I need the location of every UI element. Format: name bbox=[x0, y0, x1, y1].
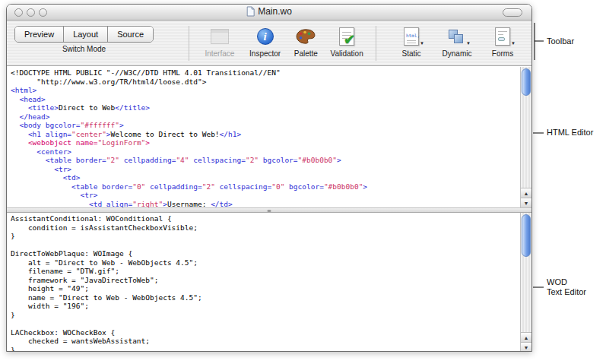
code-line[interactable]: <!DOCTYPE HTML PUBLIC "-//W3C//DTD HTML … bbox=[11, 68, 519, 78]
wod-editor-code[interactable]: AssistantConditional: WOConditional { co… bbox=[11, 214, 519, 352]
chevron-down-icon: ▼ bbox=[466, 41, 471, 46]
code-line[interactable]: <center> bbox=[11, 147, 519, 157]
minimize-button[interactable] bbox=[27, 8, 35, 17]
wod-editor-pane: AssistantConditional: WOConditional { co… bbox=[7, 213, 531, 352]
title-bar[interactable]: Main.wo bbox=[7, 5, 531, 21]
code-line[interactable]: width = "196"; bbox=[11, 302, 519, 311]
scroll-down-button[interactable]: ▼ bbox=[521, 342, 531, 352]
scrollbar-thumb[interactable] bbox=[522, 214, 531, 257]
code-line[interactable]: DirectToWebPlaque: WOImage { bbox=[11, 249, 519, 258]
dynamic-elements-icon: ▼ bbox=[449, 26, 465, 47]
code-line[interactable]: <h1 align="center">Welcome to Direct to … bbox=[11, 130, 519, 139]
scrollbar-arrows: ▲ ▼ bbox=[521, 332, 531, 352]
palette-icon bbox=[296, 26, 316, 47]
code-line[interactable]: condition = isAssistantCheckboxVisible; bbox=[11, 223, 519, 233]
toolbar: Preview Layout Source Switch Mode Interf… bbox=[7, 21, 531, 66]
code-line[interactable]: <webobject name="LoginForm"> bbox=[11, 138, 519, 147]
code-line[interactable]: <title>Direct to Web</title> bbox=[11, 103, 519, 112]
code-line[interactable]: } bbox=[11, 346, 519, 353]
code-line[interactable]: framework = "JavaDirectToWeb"; bbox=[11, 276, 519, 285]
interface-button: Interface bbox=[197, 26, 243, 58]
chevron-down-icon: ▼ bbox=[420, 41, 424, 46]
switch-mode-group: Preview Layout Source Switch Mode bbox=[14, 26, 154, 53]
wod-editor-scrollbar[interactable]: ▲ ▼ bbox=[520, 213, 531, 352]
code-line[interactable]: <table border="0" cellpadding="2" cellsp… bbox=[11, 182, 519, 191]
scrollbar-thumb[interactable] bbox=[522, 68, 531, 96]
inspector-button[interactable]: i Inspector bbox=[243, 26, 288, 58]
annotation-wod-editor-label: WOD Text Editor bbox=[547, 277, 586, 297]
code-line[interactable]: <td> bbox=[11, 173, 519, 182]
code-line[interactable]: <table border="2" cellpadding="4" cellsp… bbox=[11, 156, 519, 165]
splitter-dimple bbox=[268, 210, 271, 212]
code-line[interactable]: <tr> bbox=[11, 191, 519, 200]
info-icon: i bbox=[257, 26, 274, 47]
toolbar-toggle-button[interactable] bbox=[503, 8, 522, 17]
code-line[interactable]: <body bgcolor="#ffffff"> bbox=[11, 121, 519, 130]
scroll-up-button[interactable]: ▲ bbox=[521, 188, 531, 198]
form-elements-icon: ▼ bbox=[495, 26, 510, 47]
code-line[interactable] bbox=[11, 241, 519, 250]
validation-button[interactable]: ✔ Validation bbox=[324, 26, 370, 58]
code-line[interactable]: } bbox=[11, 232, 519, 241]
toolbar-separator bbox=[189, 26, 189, 61]
window-title: Main.wo bbox=[258, 6, 292, 17]
element-palette-group: html, ▼ Static ▼ Dynamic bbox=[389, 26, 525, 58]
scroll-down-button[interactable]: ▼ bbox=[521, 198, 531, 207]
code-line[interactable]: <tr> bbox=[11, 165, 519, 174]
code-line[interactable]: <td align="right">Username: </td> bbox=[11, 200, 519, 208]
code-line[interactable]: <head> bbox=[11, 95, 519, 104]
code-line[interactable]: <html> bbox=[11, 86, 519, 95]
html-editor-pane: <!DOCTYPE HTML PUBLIC "-//W3C//DTD HTML … bbox=[7, 67, 531, 207]
html-file-icon: html, ▼ bbox=[404, 26, 419, 47]
layout-button[interactable]: Layout bbox=[64, 27, 108, 42]
toolbar-separator bbox=[376, 26, 376, 61]
source-button[interactable]: Source bbox=[108, 27, 153, 42]
preview-button[interactable]: Preview bbox=[15, 27, 64, 42]
interface-icon bbox=[211, 26, 229, 47]
code-line[interactable]: AssistantConditional: WOConditional { bbox=[11, 214, 519, 223]
title-group: Main.wo bbox=[246, 6, 292, 17]
html-editor-code[interactable]: <!DOCTYPE HTML PUBLIC "-//W3C//DTD HTML … bbox=[11, 68, 519, 207]
zoom-button[interactable] bbox=[39, 8, 47, 17]
code-line[interactable]: } bbox=[11, 311, 519, 320]
scroll-up-button[interactable]: ▲ bbox=[521, 332, 531, 342]
switch-mode-label: Switch Mode bbox=[62, 45, 106, 53]
annotation-html-editor-label: HTML Editor bbox=[547, 128, 593, 138]
html-editor-scrollbar[interactable]: ▲ ▼ bbox=[520, 67, 531, 207]
dynamic-menu-button[interactable]: ▼ Dynamic bbox=[434, 26, 480, 58]
code-line[interactable]: height = "49"; bbox=[11, 284, 519, 293]
switch-mode-segmented-control: Preview Layout Source bbox=[14, 26, 154, 43]
document-icon bbox=[246, 6, 255, 17]
checkmark-icon: ✔ bbox=[339, 26, 354, 47]
code-line[interactable]: checked = wantsWebAssistant; bbox=[11, 337, 519, 346]
static-menu-button[interactable]: html, ▼ Static bbox=[389, 26, 434, 58]
code-line[interactable]: filename = "DTW.gif"; bbox=[11, 267, 519, 276]
close-button[interactable] bbox=[14, 8, 23, 17]
screenshot-canvas: Main.wo Preview Layout Source Switch Mod… bbox=[0, 0, 606, 364]
code-line[interactable]: "http://www.w3.org/TR/html4/loose.dtd"> bbox=[11, 78, 519, 87]
main-window: Main.wo Preview Layout Source Switch Mod… bbox=[6, 4, 532, 352]
code-line[interactable]: alt = "Direct to Web - WebObjects 4.5"; bbox=[11, 258, 519, 267]
chevron-down-icon: ▼ bbox=[511, 41, 516, 46]
code-line[interactable] bbox=[11, 319, 519, 328]
code-line[interactable]: </head> bbox=[11, 112, 519, 122]
pane-splitter[interactable] bbox=[7, 207, 531, 213]
annotation-toolbar-label: Toolbar bbox=[547, 36, 574, 46]
palette-button[interactable]: Palette bbox=[287, 26, 324, 58]
forms-menu-button[interactable]: ▼ Forms bbox=[480, 26, 525, 58]
code-line[interactable]: LACheckbox: WOCheckBox { bbox=[11, 328, 519, 337]
code-line[interactable]: name = "Direct to Web - WebObjects 4.5"; bbox=[11, 293, 519, 302]
scrollbar-arrows: ▲ ▼ bbox=[521, 188, 531, 207]
